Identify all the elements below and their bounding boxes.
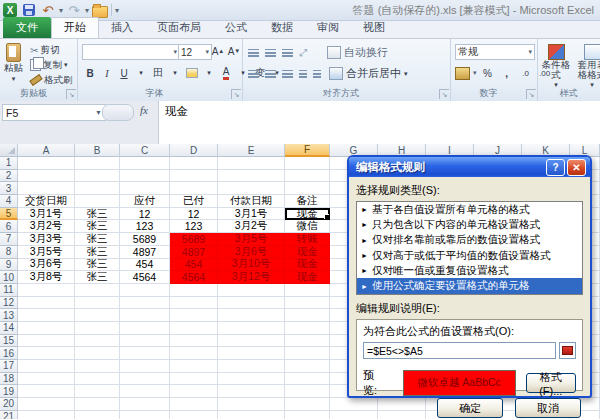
fill-color-button[interactable] <box>184 65 200 81</box>
format-button[interactable]: 格式(F)... <box>526 373 576 393</box>
row-header-16[interactable]: 16 <box>0 347 18 360</box>
fill-color-dropdown-icon[interactable]: ▾ <box>201 65 217 81</box>
tab-开始[interactable]: 开始 <box>51 17 99 38</box>
name-box-dropdown-icon[interactable]: ▼ <box>95 109 102 116</box>
cell-E19[interactable] <box>218 385 285 398</box>
row-header-10[interactable]: 10 <box>0 271 18 284</box>
cell-F4[interactable]: 备注 <box>285 195 330 208</box>
cell-F12[interactable] <box>285 297 330 310</box>
clipboard-dialog-launcher[interactable]: ↘ <box>66 89 76 99</box>
cell-D21[interactable] <box>170 411 218 419</box>
cell-F2[interactable] <box>285 170 330 183</box>
cell-E8[interactable]: 3月6号 <box>218 246 285 259</box>
cell-B21[interactable] <box>75 411 120 419</box>
increase-decimal-button[interactable]: .0 <box>518 65 534 81</box>
paste-button[interactable]: 粘贴 ▾ <box>4 43 23 83</box>
redo-icon[interactable]: ↷ <box>66 3 82 18</box>
row-header-19[interactable]: 19 <box>0 385 18 398</box>
cell-D18[interactable] <box>170 373 218 386</box>
cell-D5[interactable]: 12 <box>170 208 218 221</box>
bold-button[interactable]: B <box>82 65 98 81</box>
row-header-9[interactable]: 9 <box>0 259 18 272</box>
cell-D2[interactable] <box>170 170 218 183</box>
row-header-18[interactable]: 18 <box>0 373 18 386</box>
cell-D11[interactable] <box>170 284 218 297</box>
cell-E15[interactable] <box>218 335 285 348</box>
save-icon[interactable] <box>21 3 37 18</box>
cell-E5[interactable]: 3月1号 <box>218 208 285 221</box>
cell-A18[interactable] <box>18 373 75 386</box>
cell-E14[interactable] <box>218 322 285 335</box>
column-header-A[interactable]: A <box>18 144 75 157</box>
cell-E3[interactable] <box>218 182 285 195</box>
cell-A15[interactable] <box>18 335 75 348</box>
cell-E11[interactable] <box>218 284 285 297</box>
cell-F19[interactable] <box>285 385 330 398</box>
row-header-5[interactable]: 5 <box>0 208 18 221</box>
cell-E7[interactable]: 3月5号 <box>218 233 285 246</box>
formula-input[interactable]: 现金 <box>158 101 600 144</box>
cell-B14[interactable] <box>75 322 120 335</box>
customize-qat-icon[interactable]: ▾ <box>115 6 119 15</box>
cell-A17[interactable] <box>18 360 75 373</box>
row-header-17[interactable]: 17 <box>0 360 18 373</box>
name-box[interactable]: F5 ▼ <box>2 104 106 121</box>
cell-C9[interactable]: 454 <box>120 259 170 272</box>
cell-C10[interactable]: 4564 <box>120 271 170 284</box>
accounting-format-icon[interactable] <box>455 67 470 80</box>
cell-D16[interactable] <box>170 347 218 360</box>
cell-B19[interactable] <box>75 385 120 398</box>
tab-数据[interactable]: 数据 <box>259 18 305 38</box>
formula-bar-handle[interactable] <box>102 104 134 121</box>
row-header-4[interactable]: 4 <box>0 195 18 208</box>
cell-F5[interactable]: 现金 <box>285 208 330 221</box>
cell-B7[interactable]: 张三 <box>75 233 120 246</box>
column-header-D[interactable]: D <box>170 144 218 157</box>
align-top-icon[interactable] <box>248 49 259 57</box>
grow-font-button[interactable]: A▲ <box>210 43 226 59</box>
row-header-15[interactable]: 15 <box>0 335 18 348</box>
cell-C2[interactable] <box>120 170 170 183</box>
cell-E18[interactable] <box>218 373 285 386</box>
cell-E21[interactable] <box>218 411 285 419</box>
select-all-corner[interactable] <box>0 144 18 157</box>
format-as-table-button[interactable]: 套用表格格式 ▾ <box>575 44 600 90</box>
format-painter-button[interactable]: 格式刷 <box>30 73 73 87</box>
cell-A16[interactable] <box>18 347 75 360</box>
cell-B9[interactable]: 张三 <box>75 259 120 272</box>
font-name-combo[interactable]: ▾ <box>82 44 180 60</box>
row-header-12[interactable]: 12 <box>0 297 18 310</box>
undo-dropdown-icon[interactable]: ▾ <box>59 6 63 15</box>
row-header-21[interactable]: 21 <box>0 411 18 419</box>
paste-dropdown-icon[interactable]: ▾ <box>12 75 16 83</box>
cell-B3[interactable] <box>75 182 120 195</box>
cell-A20[interactable] <box>18 398 75 411</box>
row-header-13[interactable]: 13 <box>0 309 18 322</box>
tab-文件[interactable]: 文件 <box>3 17 51 38</box>
cell-C17[interactable] <box>120 360 170 373</box>
cell-F17[interactable] <box>285 360 330 373</box>
cell-E4[interactable]: 付款日期 <box>218 195 285 208</box>
cell-E13[interactable] <box>218 309 285 322</box>
row-header-2[interactable]: 2 <box>0 170 18 183</box>
cell-C18[interactable] <box>120 373 170 386</box>
row-header-8[interactable]: 8 <box>0 246 18 259</box>
align-bottom-icon[interactable] <box>282 49 293 57</box>
cell-C16[interactable] <box>120 347 170 360</box>
cell-C20[interactable] <box>120 398 170 411</box>
align-left-icon[interactable] <box>248 70 259 78</box>
cell-B4[interactable] <box>75 195 120 208</box>
align-right-icon[interactable] <box>282 70 293 78</box>
tab-页面布局[interactable]: 页面布局 <box>145 18 213 38</box>
cell-D3[interactable] <box>170 182 218 195</box>
cell-F20[interactable] <box>285 398 330 411</box>
cell-C14[interactable] <box>120 322 170 335</box>
range-picker-button[interactable] <box>559 342 576 359</box>
cell-C4[interactable]: 应付 <box>120 195 170 208</box>
cell-B15[interactable] <box>75 335 120 348</box>
excel-logo-icon[interactable]: X <box>2 3 18 18</box>
cell-F16[interactable] <box>285 347 330 360</box>
cell-F7[interactable]: 转账 <box>285 233 330 246</box>
cell-F11[interactable] <box>285 284 330 297</box>
tab-公式[interactable]: 公式 <box>213 18 259 38</box>
